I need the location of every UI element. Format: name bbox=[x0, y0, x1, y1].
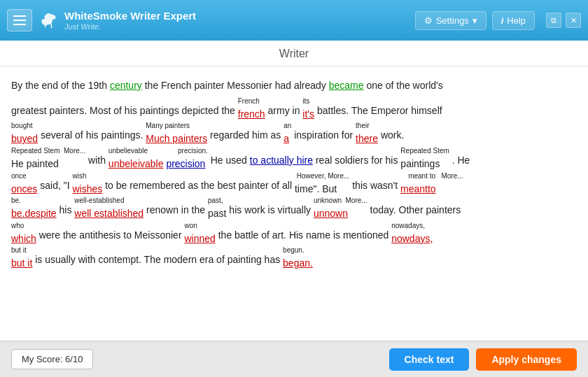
once-tip: once bbox=[11, 173, 27, 183]
wished-tip-block: wish wishes bbox=[72, 173, 102, 197]
close-button[interactable]: ✕ bbox=[566, 13, 581, 28]
wished-tip: wish bbox=[72, 173, 86, 183]
who-tip-block: who which bbox=[11, 222, 36, 246]
butit-tip: but it bbox=[11, 247, 27, 257]
writer-title: Writer bbox=[0, 41, 588, 66]
word-past: past bbox=[208, 207, 226, 221]
hamburger-button[interactable] bbox=[7, 9, 32, 31]
bought-tip-block: bought buyed bbox=[11, 122, 38, 146]
begun-tip: begun. bbox=[283, 247, 304, 257]
word-winned: winned bbox=[184, 232, 215, 246]
manypainters-tip: Many painters bbox=[146, 122, 190, 132]
text-static: regarded him as bbox=[210, 129, 284, 141]
word-a: a bbox=[284, 132, 289, 146]
text-static: several of his paintings. bbox=[41, 129, 146, 141]
title-bar: WhiteSmoke Writer Expert Just Write. ⚙ S… bbox=[0, 0, 588, 41]
restore-button[interactable]: ⧉ bbox=[546, 13, 561, 28]
text-static: army in bbox=[268, 105, 303, 116]
word-wellestablished: well established bbox=[74, 207, 144, 221]
text-static: work. bbox=[381, 129, 404, 141]
text-static: renown in the bbox=[146, 204, 208, 215]
text-static: his work is virtually bbox=[229, 204, 314, 215]
info-icon: i bbox=[501, 15, 504, 26]
score-button[interactable]: My Score: 6/10 bbox=[11, 349, 93, 369]
text-static: his bbox=[59, 204, 75, 215]
app-subtitle: Just Write. bbox=[64, 22, 196, 31]
unbelievable-tip-block: unbelievable unbeleivable bbox=[108, 148, 164, 171]
word-time: time". But bbox=[295, 183, 337, 197]
french-tip: French bbox=[238, 98, 260, 108]
word-onces: onces bbox=[11, 183, 37, 197]
unbelievable-tip: unbelievable bbox=[108, 148, 148, 157]
word-bedespite: be.despite bbox=[11, 207, 57, 221]
text-static: to be remembered as the best painter of … bbox=[105, 179, 295, 190]
help-label: Help bbox=[507, 15, 526, 26]
who-tip: who bbox=[11, 222, 24, 232]
main-content: Writer By the end of the 19th century th… bbox=[0, 41, 588, 377]
text-static: inspiration for bbox=[294, 129, 356, 141]
precision-tip-block: precision. precision bbox=[166, 148, 207, 171]
text-area[interactable]: By the end of the 19th century the Frenc… bbox=[0, 66, 588, 341]
word-toactuallyhire: to actually hire bbox=[250, 155, 313, 166]
window-controls: ⧉ ✕ bbox=[546, 13, 581, 28]
word-meantto: meantto bbox=[400, 183, 436, 197]
title-bar-left: WhiteSmoke Writer Expert Just Write. bbox=[7, 9, 196, 31]
nowadays-tip-block: nowadays, nowdays, bbox=[391, 222, 433, 246]
app-title-block: WhiteSmoke Writer Expert Just Write. bbox=[64, 10, 196, 31]
bottom-right-buttons: Check text Apply changes bbox=[389, 348, 577, 371]
text-content: By the end of the 19th century the Frenc… bbox=[11, 75, 574, 271]
butit-tip-block: but it but it bbox=[11, 247, 32, 271]
text-static: battles. The Emperor himself bbox=[317, 105, 442, 116]
word-century: century bbox=[110, 80, 142, 91]
text-static: with bbox=[88, 155, 108, 166]
once-tip-block: once onces bbox=[11, 173, 37, 197]
text-static: the battle of art. His name is mentioned bbox=[218, 229, 391, 241]
painted-tip-block: Repeated Stem More... He painted bbox=[11, 148, 85, 171]
word-precision: precision bbox=[166, 157, 205, 171]
meantto-tip: meant to More... bbox=[400, 173, 463, 183]
settings-button[interactable]: ⚙ Settings ▾ bbox=[415, 11, 486, 30]
word-nowdays: nowdays, bbox=[391, 232, 433, 246]
text-static: is usually with contempt. The modern era… bbox=[35, 254, 283, 265]
word-which: which bbox=[11, 232, 36, 246]
unknown-tip-block: unknown More... unnown bbox=[314, 197, 368, 221]
text-static: He used bbox=[211, 155, 250, 166]
word-there: there bbox=[356, 132, 378, 146]
past-tip: past, bbox=[208, 197, 223, 207]
apply-changes-button[interactable]: Apply changes bbox=[476, 348, 577, 371]
text-static: said, "I bbox=[40, 179, 72, 190]
word-french: french bbox=[238, 108, 265, 122]
bought-tip: bought bbox=[11, 122, 33, 132]
logo-area: WhiteSmoke Writer Expert Just Write. bbox=[39, 10, 196, 31]
meantto-tip-block: meant to More... meantto bbox=[400, 173, 463, 197]
title-bar-right: ⚙ Settings ▾ i Help ⧉ ✕ bbox=[415, 11, 581, 30]
its-tip: its bbox=[302, 98, 309, 108]
text-static: one of the world's bbox=[366, 80, 442, 91]
precision-tip: precision. bbox=[166, 148, 207, 157]
wellestablished-tip-block: well-established well established bbox=[74, 197, 144, 221]
be-tip: be. bbox=[11, 197, 21, 207]
paintings2-tip: Repeated Stem bbox=[400, 148, 449, 157]
settings-dropdown-icon: ▾ bbox=[472, 15, 477, 26]
past-tip-block: past, past bbox=[208, 197, 226, 221]
nowadays-tip: nowadays, bbox=[391, 222, 425, 232]
paintings2-tip-block: Repeated Stem paintings bbox=[400, 148, 449, 171]
hamburger-line-2 bbox=[13, 20, 26, 21]
won-tip: won bbox=[184, 222, 197, 232]
an-tip-block: an a bbox=[284, 122, 291, 146]
their-tip-block: their there bbox=[356, 122, 378, 146]
wellestablished-tip: well-established bbox=[74, 197, 124, 207]
be-tip-block: be. be.despite bbox=[11, 197, 57, 221]
won-tip-block: won winned bbox=[184, 222, 215, 246]
word-painted: He painted bbox=[11, 157, 59, 171]
word-its: it's bbox=[302, 108, 314, 122]
text-static: were the antithesis to Meissonier bbox=[39, 229, 185, 241]
logo-icon bbox=[39, 10, 59, 30]
time-tip-block: However, More... time". But bbox=[295, 173, 349, 197]
french-tip-block: French french bbox=[238, 98, 265, 122]
time-tip: However, More... bbox=[295, 173, 349, 183]
check-text-button[interactable]: Check text bbox=[389, 348, 470, 371]
help-button[interactable]: i Help bbox=[492, 11, 535, 30]
word-became: became bbox=[329, 80, 364, 91]
its-tip-block: its it's bbox=[302, 98, 314, 122]
